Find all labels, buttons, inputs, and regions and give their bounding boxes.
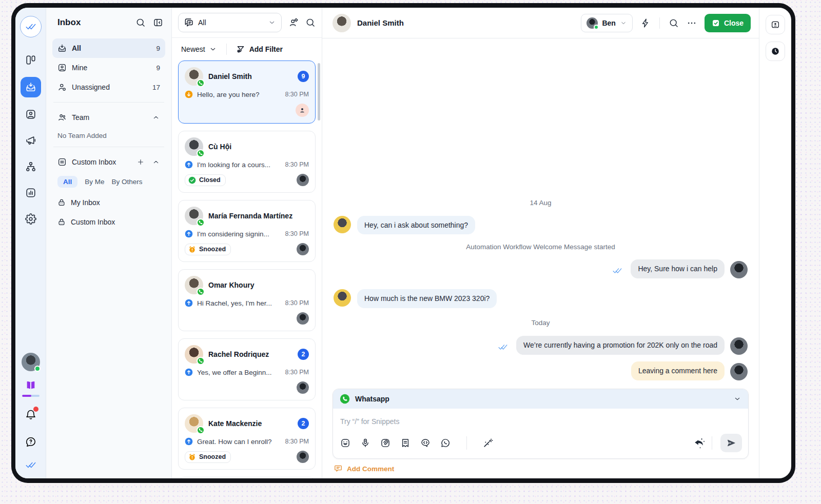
- comment-bubble-icon: [334, 464, 343, 473]
- add-comment-button[interactable]: Add Comment: [333, 459, 395, 476]
- conversation-name: Daniel Smith: [208, 72, 292, 80]
- search-icon: [669, 18, 679, 28]
- divider: [466, 436, 467, 450]
- list-search-button[interactable]: [305, 17, 316, 28]
- contact-details-button[interactable]: [766, 15, 785, 34]
- custom-inbox-item-label: Custom Inbox: [71, 218, 160, 226]
- snooze-clock-icon: [188, 453, 196, 461]
- close-conversation-button[interactable]: Close: [705, 14, 751, 32]
- contact-settings-button[interactable]: [288, 17, 299, 28]
- bar-chart-icon: [25, 187, 36, 198]
- ai-writer-button[interactable]: [483, 438, 493, 448]
- conversation-card-cu-hoi[interactable]: Cù Hội I'm looking for a cours... 8:30 P…: [178, 131, 316, 193]
- details-rail: [759, 8, 791, 478]
- nav-inbox[interactable]: [21, 77, 41, 97]
- sidebar-search-button[interactable]: [135, 17, 146, 28]
- inbox-item-unassigned[interactable]: Unassigned 17: [52, 77, 165, 97]
- add-filter-button[interactable]: Add Filter: [236, 45, 283, 54]
- collapse-panel-icon: [153, 17, 163, 28]
- whatsapp-channel-badge: [197, 288, 205, 296]
- search-conversation-button[interactable]: [669, 18, 679, 28]
- assignee-avatar: [587, 17, 598, 29]
- agent-avatar: [730, 261, 748, 278]
- page-title: Inbox: [57, 17, 128, 28]
- ai-suggest-reply-button[interactable]: [693, 437, 706, 449]
- add-custom-inbox-icon[interactable]: [136, 158, 145, 166]
- custom-inbox-item-my-inbox[interactable]: My Inbox: [52, 193, 165, 212]
- app-logo[interactable]: [20, 16, 42, 37]
- collapse-panel-button[interactable]: [153, 17, 163, 28]
- person-card-icon: [57, 63, 67, 72]
- conversation-card-rachel-rodriquez[interactable]: Rachel Rodriquez 2 Yes, we offer a Begin…: [178, 338, 316, 400]
- unassigned-indicator-icon: [296, 104, 309, 117]
- custom-inbox-item-custom[interactable]: Custom Inbox: [52, 212, 165, 232]
- read-receipt-double-check-icon: [613, 266, 622, 275]
- conversation-card-omar-khoury[interactable]: Omar Khoury Hi Rachel, yes, I'm her... 8…: [178, 269, 316, 331]
- conversation-filter-dropdown[interactable]: All: [178, 13, 282, 32]
- app-window: Inbox All 9 Mine 9 Unassigned 17: [11, 3, 795, 483]
- conversation-card-chung[interactable]: Cụ. Hàng Đoan Chung: [178, 477, 316, 478]
- team-section-toggle[interactable]: Team: [52, 108, 165, 127]
- brand-footer-icon: [26, 460, 36, 470]
- inbox-item-all[interactable]: All 9: [52, 38, 165, 58]
- inbox-item-count: 17: [152, 84, 160, 91]
- chevron-down-icon: [268, 18, 276, 27]
- nav-settings[interactable]: [21, 210, 41, 228]
- help-icon: [25, 436, 36, 448]
- message-composer: Whatsapp: [333, 389, 749, 459]
- onboarding-progress[interactable]: [22, 380, 40, 397]
- chat-filter-icon: [184, 17, 194, 28]
- user-avatar[interactable]: [22, 353, 40, 371]
- nav-analytics[interactable]: [21, 184, 41, 202]
- sort-dropdown[interactable]: Newest: [181, 45, 217, 53]
- avatar: [185, 345, 203, 364]
- attachment-button[interactable]: [380, 438, 390, 448]
- megaphone-icon: [25, 135, 36, 146]
- nav-contacts[interactable]: [21, 105, 41, 124]
- quick-actions-button[interactable]: [640, 18, 651, 28]
- assignee-name: Ben: [602, 19, 615, 27]
- avatar: [185, 207, 203, 225]
- replied-arrow-icon: [185, 299, 193, 307]
- dashboard-icon: [25, 54, 36, 66]
- message-input[interactable]: [333, 409, 748, 432]
- assignee-avatar: [297, 451, 309, 463]
- notifications-bell[interactable]: [21, 406, 41, 424]
- code-bubble-icon: [420, 438, 431, 448]
- conversation-history-button[interactable]: [766, 42, 785, 61]
- send-message-button[interactable]: [720, 434, 742, 452]
- custom-inbox-section-toggle[interactable]: Custom Inbox: [52, 152, 165, 172]
- nav-broadcast[interactable]: [21, 131, 41, 150]
- emoji-picker-button[interactable]: [340, 438, 350, 448]
- conversation-cards: Daniel Smith 9 Hello, are you here? 8:30…: [172, 59, 322, 478]
- template-message-button[interactable]: [420, 438, 431, 448]
- saved-replies-button[interactable]: [400, 438, 411, 448]
- replied-arrow-icon: [185, 160, 193, 169]
- team-icon: [57, 113, 67, 122]
- message-preview: Great. How can I enroll?: [197, 438, 281, 446]
- help-button[interactable]: [21, 433, 41, 451]
- conversation-card-daniel-smith[interactable]: Daniel Smith 9 Hello, are you here? 8:30…: [178, 61, 316, 124]
- inbox-item-label: Unassigned: [72, 83, 147, 91]
- more-options-button[interactable]: [687, 18, 697, 28]
- conversation-card-kate-mackenzie[interactable]: Kate Mackenzie 2 Great. How can I enroll…: [178, 408, 316, 470]
- whatsapp-interactive-button[interactable]: [440, 438, 451, 448]
- conversation-name: Omar Khoury: [208, 281, 309, 289]
- chevron-up-icon: [152, 158, 160, 166]
- channel-selector[interactable]: Whatsapp: [333, 389, 748, 409]
- scrollbar-thumb[interactable]: [318, 63, 320, 120]
- tab-by-me[interactable]: By Me: [85, 178, 104, 186]
- audio-recording-button[interactable]: [360, 438, 370, 448]
- message-thread: 14 Aug Hey, can i ask about something? A…: [322, 38, 759, 389]
- nav-dashboard[interactable]: [21, 51, 41, 69]
- inbox-item-mine[interactable]: Mine 9: [52, 58, 165, 77]
- conversation-card-maria-fernanda[interactable]: María Fernanda Martínez I'm considering …: [178, 200, 316, 262]
- tab-all[interactable]: All: [57, 176, 77, 188]
- nav-workflows[interactable]: [21, 157, 41, 176]
- replied-arrow-icon: [185, 368, 193, 376]
- lock-icon: [57, 198, 66, 207]
- assignee-selector[interactable]: Ben: [581, 14, 632, 32]
- tab-by-others[interactable]: By Others: [112, 178, 143, 186]
- funnel-icon: [236, 45, 245, 54]
- unread-count-badge: 2: [298, 349, 309, 360]
